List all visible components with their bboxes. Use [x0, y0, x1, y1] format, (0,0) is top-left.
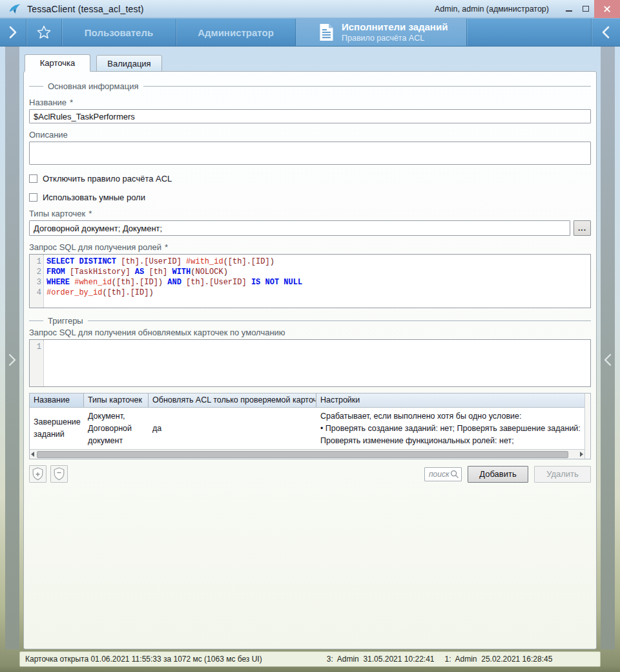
- group-main-info-title: Основная информация: [48, 81, 139, 91]
- triggers-grid-main: Название Типы карточек Обновлять ACL тол…: [30, 394, 584, 459]
- left-panel-toggle[interactable]: [5, 47, 19, 649]
- name-label: Название: [29, 98, 67, 107]
- group-line: [88, 320, 591, 321]
- sql-update-label: Запрос SQL для получения обновляемых кар…: [29, 328, 591, 337]
- triggers-grid-header: Название Типы карточек Обновлять ACL тол…: [30, 394, 584, 408]
- chevron-left-icon: [602, 352, 614, 368]
- column-header-card-types[interactable]: Типы карточек: [84, 394, 149, 407]
- status-version-1: 1: Admin 25.02.2021 16:28:45: [445, 655, 553, 664]
- required-asterisk: *: [88, 209, 92, 218]
- trigger-update-only-checked-cell: да: [149, 408, 316, 449]
- nav-collapse-right-button[interactable]: [592, 19, 620, 46]
- tab-strip: Карточка Валидация: [25, 54, 162, 72]
- right-panel-toggle[interactable]: [601, 47, 615, 649]
- chevron-left-icon: [601, 25, 611, 40]
- group-triggers: Триггеры: [29, 315, 591, 326]
- scroll-right-button[interactable]: [580, 452, 583, 457]
- description-input[interactable]: [29, 142, 591, 165]
- nav-active-title: Исполнители заданий: [342, 21, 448, 34]
- trigger-name-cell: Завершение заданий: [30, 408, 84, 449]
- column-header-update-only-checked[interactable]: Обновлять ACL только проверяемой карточк…: [149, 394, 316, 407]
- card-types-input[interactable]: Договорной документ; Документ;: [29, 220, 570, 236]
- acl-shield-remove-button[interactable]: [50, 465, 68, 483]
- group-main-info: Основная информация: [29, 81, 591, 91]
- maximize-button[interactable]: [577, 0, 594, 18]
- chevron-right-icon: [8, 25, 18, 40]
- group-line: [29, 320, 43, 321]
- statusbar: Карточка открыта 01.06.2021 11:55:33 за …: [19, 651, 601, 667]
- chevron-right-icon: [6, 352, 18, 368]
- sql-roles-label: Запрос SQL для получения ролей: [29, 242, 161, 252]
- card-types-label-row: Типы карточек*: [29, 209, 591, 218]
- window-title: TessaClient (tessa_acl_test): [27, 4, 144, 14]
- close-icon: [603, 5, 611, 13]
- shield-minus-icon: [54, 467, 65, 481]
- sql-update-code[interactable]: [44, 340, 590, 386]
- acl-shield-add-button[interactable]: [29, 465, 46, 483]
- minimize-button[interactable]: [561, 0, 577, 18]
- card-types-ellipsis-button[interactable]: ...: [574, 220, 591, 236]
- sql-roles-editor[interactable]: 1234 SELECT DISTINCT [th].[UserID] #with…: [29, 254, 591, 308]
- description-label: Описание: [29, 130, 591, 140]
- settings-line: • Проверять создание заданий: нет; Прове…: [320, 423, 581, 435]
- nav-item-admin[interactable]: Администратор: [176, 19, 295, 46]
- card-types-row: Договорной документ; Документ; ...: [29, 220, 591, 236]
- sql-update-gutter: 1: [30, 340, 44, 386]
- scroll-left-button[interactable]: [31, 452, 34, 457]
- group-line: [29, 86, 43, 87]
- nav-active-subtitle: Правило расчёта ACL: [342, 34, 448, 44]
- settings-line: Проверять изменение функциональных ролей…: [320, 435, 581, 447]
- star-icon: [36, 25, 52, 40]
- grid-horizontal-scrollbar[interactable]: [30, 449, 584, 459]
- trigger-settings-cell: Срабатывает, если выполнено хотя бы одно…: [316, 408, 584, 449]
- nav-active-text: Исполнители заданий Правило расчёта ACL: [342, 21, 448, 43]
- navbar: Пользователь Администратор Исполнители з…: [0, 18, 620, 47]
- disable-acl-label: Отключить правило расчёта ACL: [43, 174, 172, 184]
- card-panel: Основная информация Название* $AclRules_…: [23, 71, 597, 649]
- sql-roles-code[interactable]: SELECT DISTINCT [th].[UserID] #with_id([…: [44, 255, 590, 308]
- search-icon: [450, 470, 459, 479]
- shield-plus-icon: [32, 467, 43, 481]
- status-version-3: 3: Admin 31.05.2021 10:22:41: [327, 655, 435, 664]
- smart-roles-checkbox[interactable]: [29, 193, 37, 202]
- content-frame: Карточка Валидация Основная информация Н…: [0, 47, 620, 672]
- name-input[interactable]: $AclRules_TaskPerformers: [29, 109, 591, 123]
- status-card-opened: Карточка открыта 01.06.2021 11:55:33 за …: [25, 655, 262, 664]
- trigger-row[interactable]: Завершение заданий Документ, Договорной …: [30, 408, 584, 449]
- titlebar-user: Admin, admin (администратор): [435, 5, 549, 14]
- search-placeholder: поиск: [429, 470, 450, 479]
- column-header-settings[interactable]: Настройки: [316, 394, 584, 407]
- app-logo-bird-icon: [8, 3, 21, 16]
- smart-roles-row: Использовать умные роли: [29, 193, 591, 202]
- card-types-label: Типы карточек: [29, 209, 85, 218]
- close-button[interactable]: [594, 0, 620, 18]
- tab-card[interactable]: Карточка: [25, 54, 90, 72]
- grid-vertical-scrollbar[interactable]: [584, 394, 590, 459]
- nav-item-task-performers[interactable]: Исполнители заданий Правило расчёта ACL: [296, 19, 466, 46]
- required-asterisk: *: [70, 98, 73, 107]
- nav-item-user[interactable]: Пользователь: [62, 19, 176, 46]
- delete-button[interactable]: Удалить: [534, 466, 591, 483]
- sql-roles-gutter: 1234: [30, 255, 44, 308]
- app-window: TessaClient (tessa_acl_test) Admin, admi…: [0, 0, 620, 672]
- smart-roles-label: Использовать умные роли: [43, 193, 145, 202]
- nav-expand-left-button[interactable]: [0, 19, 26, 46]
- sql-update-editor[interactable]: 1: [29, 339, 591, 387]
- search-input[interactable]: поиск: [424, 467, 462, 481]
- group-triggers-title: Триггеры: [48, 316, 83, 326]
- settings-line: Срабатывает, если выполнено хотя бы одно…: [320, 410, 581, 423]
- nav-filler: [467, 19, 591, 46]
- disable-acl-checkbox[interactable]: [29, 174, 37, 183]
- favorites-button[interactable]: [26, 19, 61, 46]
- document-icon: [319, 23, 334, 41]
- scroll-thumb[interactable]: [37, 451, 568, 458]
- tab-validation[interactable]: Валидация: [96, 55, 162, 72]
- trigger-card-types-cell: Документ, Договорной документ: [84, 408, 149, 449]
- sql-roles-label-row: Запрос SQL для получения ролей*: [29, 242, 591, 252]
- column-header-name[interactable]: Название: [30, 394, 84, 407]
- grid-toolbar: поиск Добавить Удалить: [29, 465, 591, 483]
- add-button[interactable]: Добавить: [468, 466, 528, 483]
- disable-acl-row: Отключить правило расчёта ACL: [29, 174, 591, 184]
- maximize-icon: [583, 6, 589, 12]
- name-label-row: Название*: [29, 98, 591, 107]
